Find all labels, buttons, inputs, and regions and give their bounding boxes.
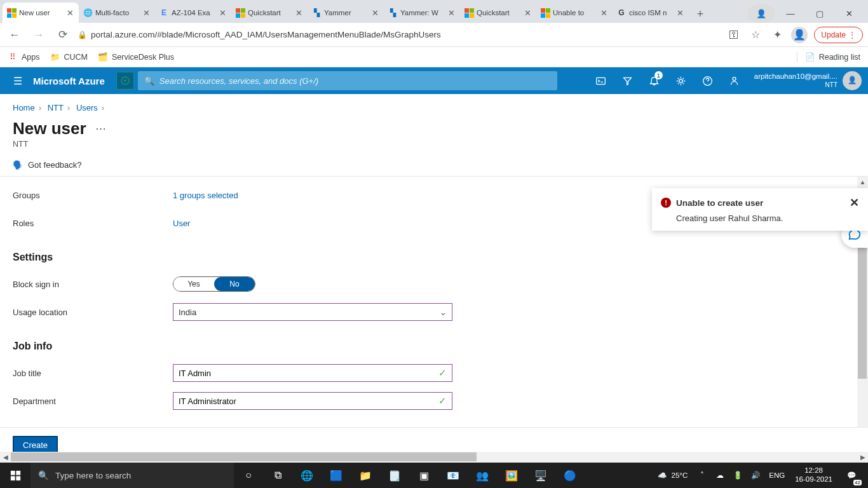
language-indicator[interactable]: ENG xyxy=(765,471,789,479)
more-actions-button[interactable]: ⋯ xyxy=(95,122,107,135)
feedback-link[interactable]: 🗣️ Got feedback? xyxy=(0,156,868,177)
cortana-button[interactable]: ○ xyxy=(234,463,263,488)
cucm-bookmark[interactable]: 📁CUCM xyxy=(50,52,88,62)
roles-link[interactable]: User xyxy=(173,219,190,228)
hamburger-menu-button[interactable]: ☰ xyxy=(5,67,31,94)
groups-link[interactable]: 1 groups selected xyxy=(173,191,238,200)
chrome-update-button[interactable]: Update⋮ xyxy=(814,27,863,43)
hscroll-thumb[interactable] xyxy=(11,452,477,461)
forward-button[interactable]: → xyxy=(29,25,48,44)
more-icon: ⋮ xyxy=(848,30,856,39)
close-icon[interactable]: ✕ xyxy=(599,8,609,18)
terminal-taskbar-icon[interactable]: ▣ xyxy=(409,463,438,488)
close-icon[interactable]: ✕ xyxy=(65,8,75,18)
url-input[interactable]: 🔒 portal.azure.com/#blade/Microsoft_AAD_… xyxy=(78,26,721,44)
outlook-taskbar-icon[interactable]: 📧 xyxy=(438,463,468,488)
breadcrumb: Home› NTT› Users› xyxy=(0,94,868,116)
horizontal-scrollbar[interactable]: ◀ ▶ xyxy=(0,452,868,463)
settings-button[interactable] xyxy=(668,67,695,94)
cloud-shell-button[interactable] xyxy=(588,67,614,94)
app2-taskbar-icon[interactable]: 🔵 xyxy=(555,463,585,488)
tab-title: cisco ISM n xyxy=(629,9,672,17)
notifications-button[interactable]: 1 xyxy=(641,67,668,94)
block-signin-toggle[interactable]: Yes No xyxy=(173,276,255,292)
taskbar-clock[interactable]: 12:28 16-09-2021 xyxy=(790,466,837,484)
close-icon[interactable]: ✕ xyxy=(522,8,532,18)
scroll-right-arrow[interactable]: ▶ xyxy=(857,452,868,463)
close-icon[interactable]: ✕ xyxy=(675,8,685,18)
jobtitle-input[interactable]: IT Admin ✓ xyxy=(173,364,452,382)
bookmark-star-icon[interactable]: ☆ xyxy=(748,27,763,43)
close-icon[interactable]: ✕ xyxy=(217,8,227,18)
folder-icon: 📁 xyxy=(50,52,60,62)
azure-brand[interactable]: Microsoft Azure xyxy=(31,76,112,86)
apps-shortcut[interactable]: ⠿Apps xyxy=(8,52,40,62)
tab-new-user[interactable]: New user ✕ xyxy=(3,3,79,23)
toggle-no[interactable]: No xyxy=(214,277,255,291)
task-view-button[interactable]: ⧉ xyxy=(263,463,292,488)
close-window-button[interactable]: ✕ xyxy=(835,4,863,23)
feedback-label: Got feedback? xyxy=(28,160,82,170)
toggle-yes[interactable]: Yes xyxy=(173,277,214,291)
close-icon[interactable]: ✕ xyxy=(141,8,151,18)
breadcrumb-home[interactable]: Home xyxy=(13,103,35,112)
extensions-icon[interactable]: ✦ xyxy=(770,27,785,43)
back-button[interactable]: ← xyxy=(5,25,24,44)
tab-yammer2[interactable]: ▚ Yammer: W ✕ xyxy=(384,3,460,23)
roles-label: Roles xyxy=(13,219,173,228)
svg-rect-1 xyxy=(597,78,606,84)
weather-icon[interactable]: ☁️ xyxy=(654,463,670,488)
tab-unable[interactable]: Unable to ✕ xyxy=(536,3,613,23)
explorer-taskbar-icon[interactable]: 📁 xyxy=(351,463,380,488)
battery-icon[interactable]: 🔋 xyxy=(729,463,746,488)
start-button[interactable] xyxy=(0,463,31,488)
stickynotes-taskbar-icon[interactable]: 🗒️ xyxy=(380,463,409,488)
close-icon[interactable]: ✕ xyxy=(446,8,456,18)
usage-location-value: India xyxy=(179,308,196,317)
tab-cisco[interactable]: G cisco ISM n ✕ xyxy=(613,3,689,23)
teams-taskbar-icon[interactable]: 👥 xyxy=(468,463,497,488)
chrome-profile-icon[interactable]: 👤 xyxy=(747,4,775,23)
reading-list-button[interactable]: 📄Reading list xyxy=(797,52,860,62)
key-icon[interactable]: ⚿ xyxy=(726,27,742,43)
account-menu[interactable]: arpitchauhan10@gmail.... NTT 👤 xyxy=(748,71,868,90)
feedback-button[interactable] xyxy=(721,67,748,94)
scroll-left-arrow[interactable]: ◀ xyxy=(0,452,11,463)
bookmarks-bar: ⠿Apps 📁CUCM 🗂️ServiceDesk Plus 📄Reading … xyxy=(0,47,868,67)
app-taskbar-icon[interactable]: 🖥️ xyxy=(526,463,555,488)
chrome-taskbar-icon[interactable]: 🌐 xyxy=(292,463,322,488)
scroll-up-arrow[interactable]: ▲ xyxy=(857,177,868,187)
volume-icon[interactable]: 🔊 xyxy=(747,463,764,488)
tab-quickstart1[interactable]: Quickstart ✕ xyxy=(231,3,308,23)
breadcrumb-users[interactable]: Users xyxy=(76,103,98,112)
weather-temp[interactable]: 25°C xyxy=(672,471,693,479)
onedrive-icon[interactable]: ☁ xyxy=(712,463,728,488)
tab-multifactor[interactable]: 🌐 Multi-facto ✕ xyxy=(79,3,155,23)
tab-quickstart2[interactable]: Quickstart ✕ xyxy=(460,3,536,23)
maximize-button[interactable]: ▢ xyxy=(806,4,834,23)
action-center-button[interactable]: 💬42 xyxy=(839,463,864,488)
directory-filter-button[interactable] xyxy=(614,67,641,94)
tab-yammer1[interactable]: ▚ Yammer ✕ xyxy=(308,3,384,23)
tray-chevron-icon[interactable]: ˄ xyxy=(694,463,710,488)
close-icon[interactable]: ✕ xyxy=(370,8,380,18)
department-input[interactable]: IT Administrator ✓ xyxy=(173,392,452,410)
profile-avatar-icon[interactable]: 👤 xyxy=(791,27,808,43)
edge-taskbar-icon[interactable]: 🟦 xyxy=(322,463,351,488)
help-button[interactable] xyxy=(695,67,721,94)
toast-body: Creating user Rahul Sharma. xyxy=(661,210,859,223)
tab-title: Yammer xyxy=(324,9,367,17)
breadcrumb-ntt[interactable]: NTT xyxy=(48,103,64,112)
photos-taskbar-icon[interactable]: 🖼️ xyxy=(497,463,526,488)
servicedesk-bookmark[interactable]: 🗂️ServiceDesk Plus xyxy=(98,52,174,62)
tab-az104[interactable]: E AZ-104 Exa ✕ xyxy=(155,3,231,23)
minimize-button[interactable]: — xyxy=(776,4,804,23)
toast-close-button[interactable]: ✕ xyxy=(850,196,859,210)
close-icon[interactable]: ✕ xyxy=(294,8,304,18)
azure-search-input[interactable]: 🔍 Search resources, services, and docs (… xyxy=(138,71,557,90)
new-tab-button[interactable]: + xyxy=(691,5,709,23)
taskbar-search[interactable]: 🔍 Type here to search xyxy=(31,463,234,488)
preview-toggle-button[interactable] xyxy=(116,72,134,90)
reload-button[interactable]: ⟳ xyxy=(53,25,72,44)
usage-location-select[interactable]: India ⌄ xyxy=(173,303,452,321)
